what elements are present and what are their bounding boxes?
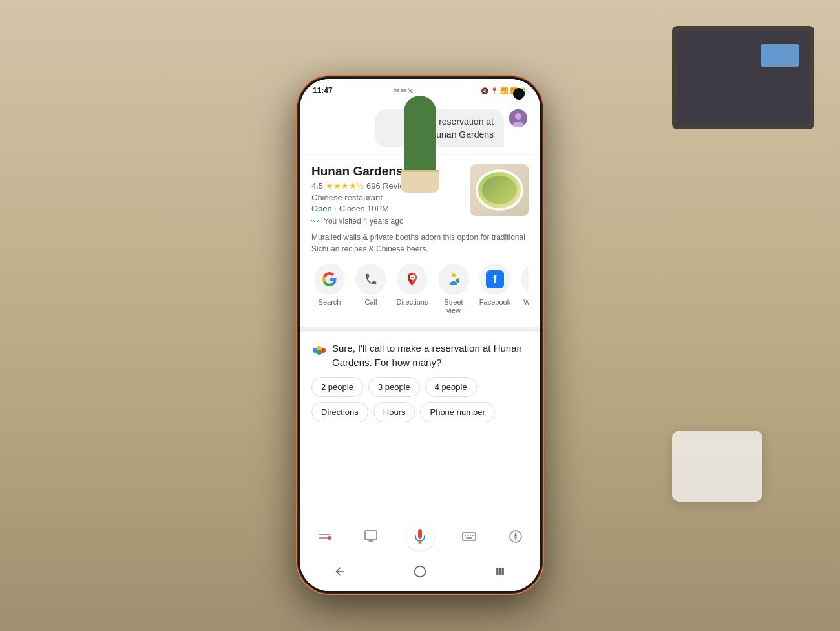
stars: ★★★★½ (326, 181, 364, 191)
suggestion-chips-row1: 2 people 3 people 4 people (311, 377, 529, 397)
svg-rect-10 (319, 534, 330, 535)
cactus-decoration (381, 76, 459, 193)
streetview-icon (438, 264, 469, 295)
background-monitor (672, 26, 814, 129)
visited-text: You visited 4 years ago (324, 217, 404, 226)
call-label: Call (365, 298, 377, 306)
back-button[interactable] (328, 560, 352, 583)
chip-3-people[interactable]: 3 people (368, 377, 420, 397)
status-time: 11:47 (313, 86, 333, 95)
svg-point-12 (328, 536, 331, 540)
chip-phone-number[interactable]: Phone number (420, 402, 494, 422)
navigation-bar (300, 555, 540, 591)
search-action[interactable]: Search (311, 264, 348, 315)
svg-point-1 (515, 113, 521, 120)
chip-directions[interactable]: Directions (311, 402, 368, 422)
microphone-button[interactable] (406, 522, 434, 551)
suggestion-chips-row2: Directions Hours Phone number (311, 402, 529, 422)
home-button[interactable] (408, 560, 432, 583)
svg-rect-11 (319, 537, 328, 539)
smart-display (672, 431, 762, 502)
svg-rect-29 (502, 568, 504, 575)
rating-number: 4.5 (311, 181, 323, 191)
svg-point-4 (452, 273, 456, 277)
user-avatar (509, 109, 527, 127)
svg-rect-13 (365, 531, 377, 540)
facebook-icon: f (479, 264, 510, 295)
search-icon (314, 264, 345, 295)
assistant-response-text: Sure, I'll call to make a reservation at… (332, 341, 529, 370)
call-action[interactable]: Call (353, 264, 389, 315)
website-label: Website (523, 298, 529, 306)
keyboard-icon[interactable] (457, 525, 481, 548)
restaurant-type: Chinese restaurant (311, 193, 470, 202)
camera-hole (513, 88, 525, 100)
restaurant-hours: Open · Closes 10PM (311, 204, 470, 213)
svg-marker-25 (514, 537, 517, 542)
facebook-action[interactable]: f Facebook (477, 264, 513, 315)
svg-rect-21 (472, 535, 474, 536)
svg-rect-18 (465, 535, 466, 536)
compass-icon[interactable] (504, 525, 527, 548)
restaurant-image (470, 164, 529, 216)
chip-2-people[interactable]: 2 people (311, 377, 363, 397)
svg-rect-19 (467, 535, 468, 536)
bottom-toolbar (300, 517, 540, 555)
directions-icon (397, 264, 428, 295)
streetview-action[interactable]: Streetview (436, 264, 472, 315)
search-label: Search (319, 298, 341, 306)
monitor-content (761, 44, 799, 67)
wifi-icon: 📶 (500, 87, 508, 94)
chip-hours[interactable]: Hours (373, 402, 415, 422)
food-photo (470, 164, 529, 216)
assistant-shortcut-icon[interactable] (313, 525, 336, 548)
svg-marker-24 (514, 531, 517, 537)
mute-icon: 🔇 (481, 87, 488, 94)
svg-rect-20 (470, 535, 471, 536)
visited-icon: 〰 (311, 216, 320, 226)
hours-separator: · (334, 204, 339, 213)
screen-icon[interactable] (359, 525, 383, 548)
svg-point-26 (415, 566, 426, 577)
assistant-header: Sure, I'll call to make a reservation at… (311, 341, 529, 370)
svg-rect-27 (496, 568, 498, 575)
svg-point-9 (317, 350, 322, 355)
action-buttons: Search Call (311, 264, 529, 316)
svg-rect-22 (466, 537, 472, 539)
svg-rect-17 (463, 533, 476, 540)
recents-button[interactable] (488, 560, 512, 583)
section-divider (300, 327, 540, 331)
chip-4-people[interactable]: 4 people (425, 377, 477, 397)
location-icon: 📍 (490, 87, 498, 94)
facebook-label: Facebook (479, 298, 510, 306)
streetview-label: Streetview (444, 298, 463, 315)
assistant-section: Sure, I'll call to make a reservation at… (300, 332, 540, 517)
visited-note: 〰 You visited 4 years ago (311, 216, 470, 226)
open-status: Open (311, 204, 332, 213)
phone-wrapper: 11:47 ✉ ✉ 𝕏 ··· 🔇 📍 📶 📶 🔋 (297, 76, 543, 594)
website-action[interactable]: Website (518, 264, 529, 315)
directions-action[interactable]: Directions (394, 264, 430, 315)
svg-rect-28 (499, 568, 501, 575)
directions-label: Directions (397, 298, 428, 306)
svg-rect-14 (368, 540, 373, 542)
closes-time: Closes 10PM (339, 204, 389, 213)
assistant-icon (311, 343, 327, 358)
call-icon (355, 264, 386, 295)
website-icon (521, 264, 529, 295)
monitor-screen (677, 31, 809, 124)
restaurant-description: Muralled walls & private booths adorn th… (311, 231, 529, 255)
